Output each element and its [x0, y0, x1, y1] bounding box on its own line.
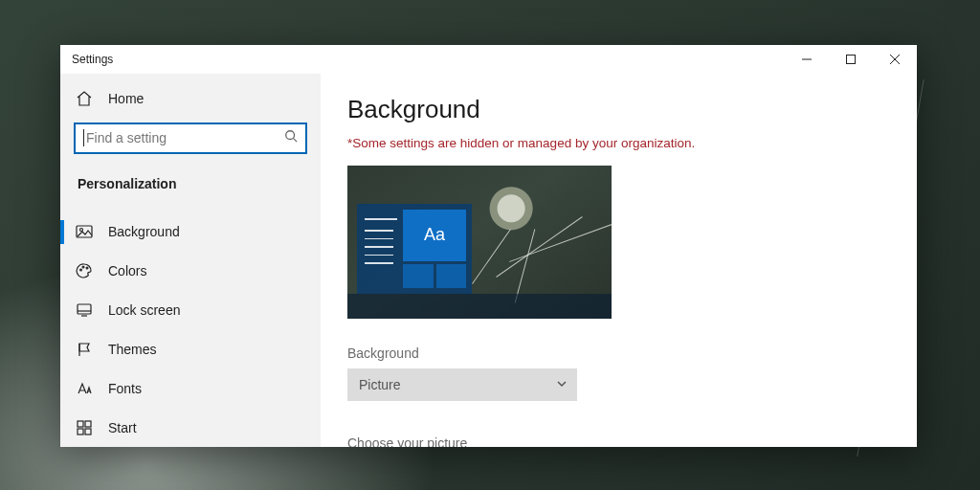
settings-window: Settings Home [60, 45, 917, 447]
sidebar-item-label: Home [108, 91, 144, 106]
desktop-wallpaper: Settings Home [0, 0, 980, 490]
sidebar: Home Personalization [60, 74, 321, 447]
svg-rect-16 [85, 421, 91, 427]
themes-icon [76, 341, 93, 358]
svg-rect-17 [78, 429, 83, 434]
close-button[interactable] [873, 45, 917, 74]
window-title: Settings [72, 53, 113, 66]
palette-icon [76, 262, 93, 279]
main-content: Background *Some settings are hidden or … [321, 74, 917, 447]
search-icon [284, 129, 298, 146]
sidebar-item-label: Start [108, 420, 137, 435]
sidebar-item-label: Fonts [108, 381, 142, 396]
page-heading: Background [347, 95, 890, 124]
search-input[interactable] [86, 130, 284, 145]
svg-rect-18 [85, 429, 91, 434]
sidebar-item-fonts[interactable]: Fonts [60, 368, 321, 408]
svg-point-8 [80, 269, 82, 271]
svg-point-4 [286, 131, 295, 140]
start-icon [76, 419, 93, 436]
desktop-preview: Aa [347, 166, 612, 319]
sidebar-item-label: Lock screen [108, 302, 180, 318]
text-caret [83, 129, 84, 146]
svg-point-9 [82, 266, 84, 268]
preview-start-menu: Aa [357, 204, 472, 294]
background-type-dropdown[interactable]: Picture [347, 368, 577, 401]
preview-taskbar [347, 294, 612, 319]
svg-rect-1 [847, 56, 856, 64]
sidebar-item-label: Background [108, 224, 180, 239]
minimize-button[interactable] [785, 45, 829, 74]
preview-sample-text: Aa [403, 210, 466, 261]
background-field-label: Background [347, 345, 890, 361]
window-controls [785, 45, 917, 74]
picture-icon [76, 223, 93, 240]
sidebar-item-label: Colors [108, 263, 146, 278]
sidebar-item-themes[interactable]: Themes [60, 329, 321, 368]
dropdown-value: Picture [359, 377, 401, 392]
svg-point-10 [86, 267, 88, 269]
policy-warning: *Some settings are hidden or managed by … [347, 136, 890, 150]
svg-line-5 [294, 139, 298, 143]
chevron-down-icon [556, 377, 568, 392]
svg-rect-11 [78, 304, 91, 314]
sidebar-item-start[interactable]: Start [60, 408, 321, 447]
sidebar-item-background[interactable]: Background [60, 212, 321, 252]
svg-rect-15 [78, 421, 83, 427]
sidebar-item-lockscreen[interactable]: Lock screen [60, 291, 321, 330]
sidebar-item-home[interactable]: Home [60, 79, 321, 119]
lockscreen-icon [76, 301, 93, 319]
fonts-icon [76, 380, 93, 397]
titlebar: Settings [60, 45, 917, 74]
maximize-button[interactable] [829, 45, 873, 74]
home-icon [76, 90, 93, 107]
svg-point-7 [80, 229, 83, 232]
sidebar-item-colors[interactable]: Colors [60, 252, 321, 291]
search-input-container[interactable] [74, 122, 307, 154]
sidebar-section-title: Personalization [60, 167, 321, 199]
sidebar-item-label: Themes [108, 342, 157, 357]
choose-picture-label: Choose your picture [347, 435, 467, 447]
